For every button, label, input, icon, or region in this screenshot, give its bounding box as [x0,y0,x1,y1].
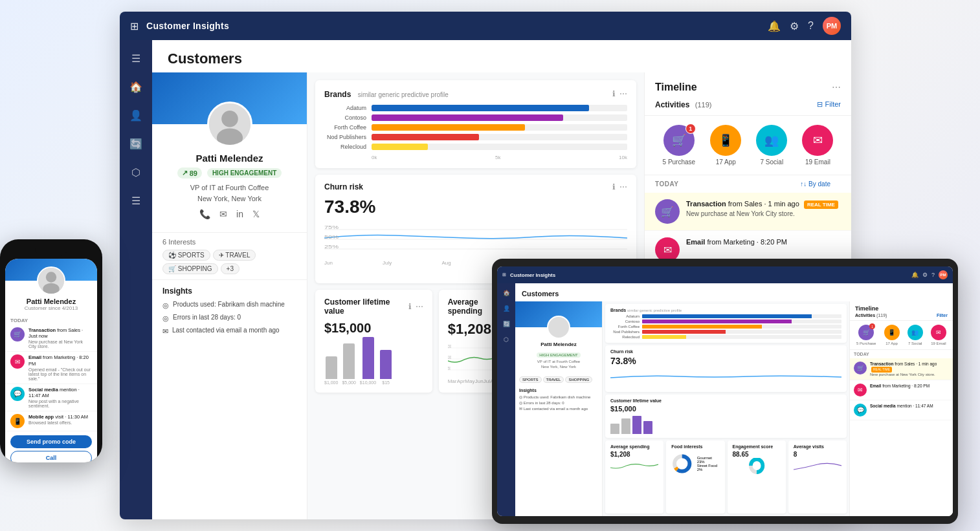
tablet-circle-app[interactable]: 📱 17 App [884,325,900,345]
send-promo-button[interactable]: Send promo code [10,435,92,448]
churn-info-icon[interactable]: ℹ [612,182,616,191]
tablet-sidebar-customers[interactable]: 👤 [499,301,513,316]
profile-contacts: 📞 ✉ in 𝕏 [162,204,296,224]
tablet-profile-location: New York, New York [520,364,597,369]
clv-bar-5000: $5,000 [342,343,355,385]
phone-tl-3-title: Social media mention · 11:47 AM [28,387,92,400]
phone-tl-2-sub: Opened email - "Check out our latest top… [28,367,92,381]
social-icon: 👥 [756,125,787,156]
tablet-page-title: Customers [522,290,559,298]
email-icon[interactable]: ✉ [219,209,227,219]
phone-tl-1: 🛒 Transaction from Sales · Just now New … [5,325,97,352]
email-label: 19 Email [805,158,830,166]
brands-card-icons: ℹ ⋯ [612,89,627,98]
brand-label-forthcoffee: Forth Coffee [324,124,366,131]
timeline-email-content: Email from Marketing · 8:20 PM [686,237,841,247]
tablet-insight-2: ◎ Errors in last 28 days: 0 [519,400,598,405]
brand-row-nodpublishers: Nod Publishers [324,134,627,140]
tablet-profile-avatar [547,316,570,339]
page-header: Customers [152,40,851,72]
tablet-circle-email[interactable]: ✉ 19 Email [931,325,946,345]
tablet-sidebar-home[interactable]: 🏠 [499,286,513,300]
phone-icon[interactable]: 📞 [199,209,210,219]
tablet-filter-btn[interactable]: Filter [937,313,948,318]
clv-title: Customer lifetime value [324,298,408,316]
interest-more: +3 [221,263,239,274]
clv-value: $15,000 [324,321,423,336]
social-label: 7 Social [761,158,784,166]
svg-text:1000: 1000 [448,354,451,360]
tablet-settings-icon[interactable]: ⚙ [922,272,928,278]
tablet-insights: Insights ◎ Products used: Fabrikam dish … [515,385,602,413]
settings-icon[interactable]: ⚙ [790,20,799,32]
brand-bar-wrap-adatum [372,105,627,111]
sidebar-item-intelligence[interactable]: ☰ [123,188,149,213]
brands-info-icon[interactable]: ℹ [612,89,616,98]
timeline-sort-btn[interactable]: ↑↓ By date [790,177,841,191]
filter-button[interactable]: ⊟ Filter [817,100,841,109]
timeline-more-icon[interactable]: ⋯ [832,82,841,92]
activity-purchase[interactable]: 🛒 1 5 Purchase [663,125,696,166]
sidebar-item-segments[interactable]: ⬡ [123,159,149,185]
call-button[interactable]: Call [10,451,92,462]
brands-more-icon[interactable]: ⋯ [619,89,627,98]
tablet-churn-val: 73.8% [610,356,841,366]
tablet-food-legend: Gourmet 23% Street Food 2% [697,456,720,471]
tablet-notifications-icon[interactable]: 🔔 [911,272,919,278]
churn-more-icon[interactable]: ⋯ [619,182,627,191]
tablet-tl-email-text: Email from Marketing · 8:20 PM [870,384,930,389]
help-icon[interactable]: ? [808,20,814,32]
phone-overlay: Patti Melendez Customer since 4/2013 TOD… [0,239,120,511]
tablet-sidebar-segments[interactable]: ⬡ [499,332,513,347]
sidebar-item-customers[interactable]: 👤 [123,102,149,128]
notifications-icon[interactable]: 🔔 [768,20,781,32]
svg-text:500: 500 [448,365,451,371]
churn-card-header: Churn risk ℹ ⋯ [324,182,627,191]
waffle-icon[interactable]: ⊞ [130,20,139,32]
brands-chart: Adatum Contoso [324,105,627,160]
activity-social[interactable]: 👥 7 Social [756,125,787,166]
phone-avatar [37,266,65,295]
activity-email[interactable]: ✉ 19 Email [802,125,833,166]
insight-3: ✉ Last contacted via email a month ago [162,327,296,336]
churn-card-icons: ℹ ⋯ [612,182,627,191]
insight-products-icon: ◎ [162,301,169,310]
tablet-interests: SPORTS TRAVEL SHOPPING [515,374,602,385]
clv-more-icon[interactable]: ⋯ [416,302,423,311]
twitter-icon[interactable]: 𝕏 [252,209,260,219]
tablet-clv-val: $15,000 [610,405,841,413]
purchase-badge: 1 [685,124,696,134]
tablet-clv-title: Customer lifetime value [610,398,841,403]
tablet-circle-social[interactable]: 👥 7 Social [908,325,923,345]
sidebar-item-home[interactable]: 🏠 [123,74,149,100]
activities-count: (119) [695,101,712,109]
user-avatar[interactable]: PM [823,17,841,35]
phone-tl-4-sub: Browsed latest offers. [28,420,88,425]
tablet-avgvisit-title: Average visits [794,444,841,449]
phone-tl-4: 📱 Mobile app visit · 11:30 AM Browsed la… [5,411,97,431]
phone-tl-1-sub: New purchase at New York City store. [28,340,92,349]
tablet-screen: ⊞ Customer Insights 🔔 ⚙ ? PM 🏠 👤 🔄 ⬡ [497,266,953,516]
tablet-tl-email: ✉ Email from Marketing · 8:20 PM [850,380,953,400]
tablet-clv-card: Customer lifetime value $15,000 [605,395,847,438]
brand-bar-wrap-relecloud [372,144,627,150]
tablet-insights-title: Insights [519,388,598,393]
tablet-tl-social: 💬 Social media mention · 11:47 AM [850,400,953,420]
phone-since: Customer since 4/2013 [12,305,91,311]
sidebar-item-collapse[interactable]: ☰ [123,45,149,71]
sidebar-item-measures[interactable]: 🔄 [123,131,149,157]
brand-label-relecloud: Relecloud [324,144,366,150]
brand-bar-wrap-nodpublishers [372,134,627,140]
tablet-help-icon[interactable]: ? [931,272,935,278]
tablet-avgvisit-card: Average visits 8 [788,440,847,514]
activity-app[interactable]: 📱 17 App [710,125,741,166]
linkedin-icon[interactable]: in [236,209,243,219]
tablet-sidebar-measures[interactable]: 🔄 [499,317,513,331]
phone-tl-4-title: Mobile app visit · 11:30 AM [28,414,88,420]
profile-avatar [207,102,252,147]
clv-info-icon[interactable]: ℹ [408,302,412,311]
brand-bar-wrap-contoso [372,114,627,121]
churn-chart: 75% 50% 25% [324,220,627,259]
tablet-circle-purchase[interactable]: 🛒 1 5 Purchase [856,325,876,345]
phone-screen: Patti Melendez Customer since 4/2013 TOD… [5,259,97,462]
